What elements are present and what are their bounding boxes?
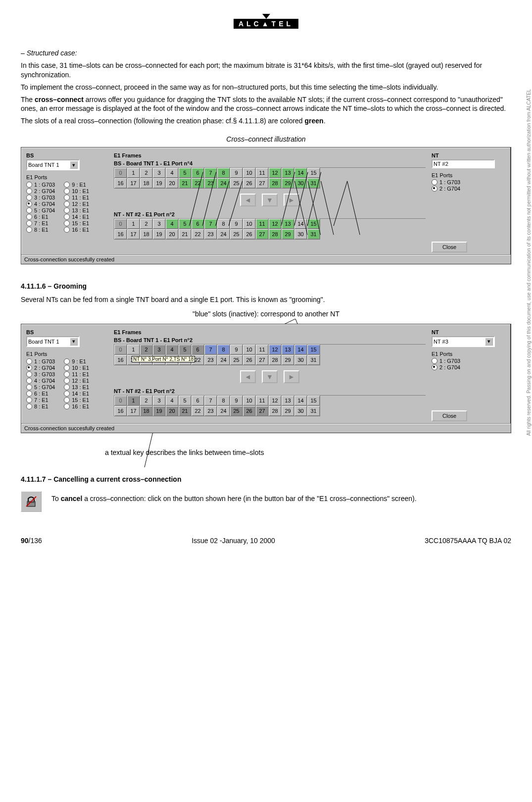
e1-port-radio[interactable]: 1 : G703 [432,179,506,185]
timeslot-cell[interactable]: 5 [179,396,192,406]
timeslot-cell[interactable]: 15 [307,168,320,178]
e1-port-radio[interactable]: 5 : G704 [26,384,55,390]
timeslot-cell[interactable]: 7 [204,168,217,178]
timeslot-cell[interactable]: 5 [179,219,192,229]
timeslot-cell[interactable]: 10 [243,168,256,178]
timeslot-cell[interactable]: 17 [127,406,140,416]
timeslot-cell[interactable]: 31 [307,406,320,416]
e1-port-radio[interactable]: 12 : E1 [64,378,89,384]
timeslot-cell[interactable]: 3 [153,219,166,229]
timeslot-cell[interactable]: 29 [282,406,294,416]
e1-port-radio[interactable]: 11 : E1 [64,195,89,200]
timeslot-cell[interactable]: 19 [153,229,166,240]
e1-port-radio[interactable]: 1 : G703 [26,182,55,188]
bs-board-select[interactable]: Board TNT 1▾ [26,159,80,170]
e1-port-radio[interactable]: 13 : E1 [64,207,89,213]
e1-port-radio[interactable]: 8 : E1 [26,403,55,409]
e1-port-radio[interactable]: 11 : E1 [64,371,89,377]
timeslot-cell[interactable]: 18 [140,229,153,240]
timeslot-cell[interactable]: 20 [166,229,179,240]
e1-port-radio[interactable]: 4 : G704 [26,378,55,384]
timeslot-cell[interactable]: 5 [179,345,192,355]
timeslot-cell[interactable]: 16 [114,355,127,365]
timeslot-cell[interactable]: 21 [179,406,192,416]
e1-port-radio[interactable]: 7 : E1 [26,220,55,226]
timeslot-cell[interactable]: 10 [243,396,256,406]
timeslot-cell[interactable]: 4 [166,219,179,229]
bs-board-select[interactable]: Board TNT 1▾ [26,336,80,347]
timeslot-cell[interactable]: 3 [153,168,166,178]
timeslot-cell[interactable]: 11 [256,345,269,355]
timeslot-cell[interactable]: 6 [192,168,204,178]
timeslot-cell[interactable]: 4 [166,168,179,178]
timeslot-cell[interactable]: 31 [307,178,320,189]
arrow-down-button[interactable]: ▼ [262,370,278,383]
timeslot-cell[interactable]: 12 [269,396,282,406]
timeslot-cell[interactable]: 11 [256,396,269,406]
timeslot-cell[interactable]: 8 [217,396,230,406]
timeslot-cell[interactable]: 23 [204,355,217,365]
timeslot-cell[interactable]: 3 [153,396,166,406]
e1-port-radio[interactable]: 16 : E1 [64,403,89,409]
e1-port-radio[interactable]: 10 : E1 [64,365,89,371]
timeslot-cell[interactable]: 6 [192,345,204,355]
timeslot-cell[interactable]: 16 [114,229,127,240]
timeslot-cell[interactable]: 15 [307,396,320,406]
timeslot-cell[interactable]: 24 [217,355,230,365]
timeslot-cell[interactable]: 26 [243,355,256,365]
timeslot-cell[interactable]: 10 [243,345,256,355]
e1-port-radio[interactable]: 3 : G703 [26,195,55,200]
e1-port-radio[interactable]: 15 : E1 [64,397,89,403]
timeslot-cell[interactable]: 16 [114,178,127,189]
timeslot-cell[interactable]: 8 [217,345,230,355]
e1-port-radio[interactable]: 9 : E1 [64,358,89,364]
timeslot-cell[interactable]: 25 [230,406,243,416]
timeslot-cell[interactable]: 10 [243,219,256,229]
arrow-right-button[interactable]: ► [284,370,299,383]
e1-port-radio[interactable]: 3 : G703 [26,371,55,377]
timeslot-cell[interactable]: 9 [230,219,243,229]
timeslot-cell[interactable]: 14 [294,345,307,355]
e1-port-radio[interactable]: 14 : E1 [64,214,89,220]
timeslot-cell[interactable]: 20 [166,178,179,189]
timeslot-cell[interactable]: 9 [230,168,243,178]
timeslot-cell[interactable]: 27 [256,406,269,416]
timeslot-cell[interactable]: 29 [282,229,294,240]
timeslot-cell[interactable]: 17 [127,229,140,240]
timeslot-cell[interactable]: 13 [282,345,294,355]
timeslot-cell[interactable]: 12 [269,168,282,178]
e1-port-radio[interactable]: 13 : E1 [64,384,89,390]
timeslot-cell[interactable]: 13 [282,219,294,229]
timeslot-cell[interactable]: 18 [140,178,153,189]
timeslot-cell[interactable]: 29 [282,355,294,365]
e1-port-radio[interactable]: 2 : G704 [432,186,506,192]
e1-port-radio[interactable]: 1 : G703 [432,358,506,364]
timeslot-cell[interactable]: 30 [294,178,307,189]
timeslot-cell[interactable]: 28 [269,178,282,189]
e1-port-radio[interactable]: 15 : E1 [64,220,89,226]
timeslot-cell[interactable]: 13 [282,168,294,178]
timeslot-cell[interactable]: 23 [204,406,217,416]
timeslot-cell[interactable]: 8 [217,219,230,229]
timeslot-cell[interactable]: 30 [294,229,307,240]
timeslot-cell[interactable]: 27 [256,178,269,189]
e1-port-radio[interactable]: 6 : E1 [26,214,55,220]
timeslot-cell[interactable]: 12 [269,219,282,229]
timeslot-cell[interactable]: 14 [294,219,307,229]
timeslot-cell[interactable]: 11 [256,219,269,229]
e1-port-radio[interactable]: 7 : E1 [26,397,55,403]
nt-select[interactable]: NT #3▾ [432,336,495,347]
nt-select[interactable]: NT #2 [432,159,495,168]
timeslot-cell[interactable]: 2 [140,168,153,178]
timeslot-cell[interactable]: 1 [127,219,140,229]
timeslot-cell[interactable]: 17 [127,178,140,189]
e1-port-radio[interactable]: 6 : E1 [26,391,55,397]
timeslot-cell[interactable]: 4 [166,396,179,406]
timeslot-cell[interactable]: 1 [127,168,140,178]
timeslot-cell[interactable]: 0 [114,345,127,355]
timeslot-cell[interactable]: 24 [217,229,230,240]
timeslot-cell[interactable]: 11 [256,168,269,178]
e1-port-radio[interactable]: 2 : G704 [26,365,55,371]
timeslot-cell[interactable]: 26 [243,229,256,240]
timeslot-cell[interactable]: 8 [217,168,230,178]
